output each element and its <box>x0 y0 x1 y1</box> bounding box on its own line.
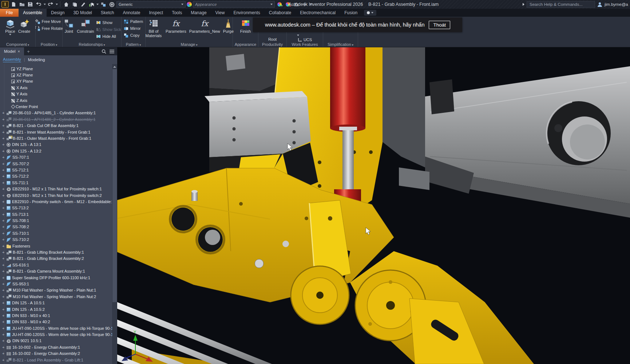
tree-item[interactable]: 20-86-011 - APH1486_2 - Cylinder Assembl… <box>0 116 112 122</box>
tree-item[interactable]: SS-711:1 <box>0 179 112 186</box>
expand-icon[interactable] <box>2 111 6 115</box>
expand-icon[interactable] <box>2 301 6 305</box>
tree-item[interactable]: DIN 125 - A 13:2 <box>0 148 112 154</box>
tree-item[interactable]: B-821 - Grab Lifting Bracket Assembly:1 <box>0 249 112 255</box>
group-label-relationships[interactable]: Relationships <box>63 42 121 47</box>
expand-icon[interactable] <box>2 168 6 172</box>
tree-item[interactable]: B-821 - Grab Camera Mount Assembly:1 <box>0 268 112 274</box>
ribbon-tab[interactable]: Electromechanical <box>296 9 340 17</box>
tree-item[interactable]: SS-708:1 <box>0 217 112 223</box>
scroll-up-icon[interactable] <box>112 64 117 69</box>
expand-icon[interactable] <box>2 149 6 153</box>
ribbon-tab[interactable]: Tools <box>167 9 186 17</box>
user-account[interactable]: jim.byrne@a <box>605 2 630 7</box>
expand-icon[interactable] <box>2 136 6 140</box>
undo-icon[interactable] <box>35 1 42 8</box>
paste-icon[interactable] <box>71 1 78 8</box>
tree-item[interactable]: Z Axis <box>0 97 112 103</box>
expand-icon[interactable] <box>2 263 6 267</box>
tab-modeling[interactable]: Modeling <box>28 58 45 62</box>
tree-item[interactable]: B-821 - Outer Mast Assembly - Front Grab… <box>0 135 112 141</box>
tree-item[interactable]: XZ Plane <box>0 72 112 78</box>
undo-chevron[interactable] <box>44 4 46 5</box>
place-button[interactable]: Place <box>4 18 16 36</box>
expand-icon[interactable] <box>2 238 6 241</box>
screen-record-button[interactable] <box>364 10 376 16</box>
component-blocks-icon[interactable] <box>100 1 107 8</box>
tree-item[interactable]: B-821 - Inner Mast Assembly - Front Grab… <box>0 129 112 135</box>
new-file-icon[interactable] <box>10 1 17 8</box>
mirror-button[interactable]: Mirror <box>124 25 143 31</box>
browser-search-icon[interactable] <box>100 47 108 55</box>
expand-icon[interactable] <box>2 352 6 355</box>
expand-icon[interactable] <box>2 232 6 235</box>
expand-icon[interactable] <box>2 124 6 127</box>
tree-item[interactable]: EB22910 - M12 x 1 Thin Nut for Proximity… <box>0 186 112 192</box>
parameters-button[interactable]: fx Parameters <box>165 18 187 34</box>
tree-item[interactable]: M10 Flat Washer - Spring Washer - Plain … <box>0 293 112 300</box>
tree-item[interactable]: DIN 125 - A 13:1 <box>0 142 112 148</box>
tree-scrollbar[interactable] <box>112 64 117 364</box>
constrain-button[interactable]: Constrain <box>76 18 95 34</box>
tree-item[interactable]: Y Axis <box>0 91 112 97</box>
select-chevron[interactable] <box>96 4 99 5</box>
tree-item[interactable]: SS-953:1 <box>0 281 112 287</box>
exit-fullscreen-button[interactable]: Thoát <box>429 21 450 29</box>
tree-item[interactable]: 20-86-010 - APH1485_1 - Cylinder Assembl… <box>0 110 112 116</box>
expand-icon[interactable] <box>2 244 6 248</box>
copy-button[interactable]: Copy <box>124 32 143 38</box>
expand-icon[interactable] <box>2 250 6 254</box>
group-label-simplification[interactable]: Simplification <box>323 42 358 47</box>
ribbon-tab[interactable]: Collaborate <box>265 9 296 17</box>
group-label-appearance[interactable]: Appearance <box>233 42 258 47</box>
expand-icon[interactable] <box>2 219 6 222</box>
select-icon[interactable] <box>88 1 95 8</box>
root-button[interactable]: Root <box>258 37 286 41</box>
tree-item[interactable]: EB22910 - M12 x 1 Thin Nut for Proximity… <box>0 192 112 198</box>
expand-icon[interactable] <box>2 288 6 292</box>
expand-icon[interactable] <box>2 269 6 273</box>
ribbon-tab[interactable]: Annotate <box>118 9 144 17</box>
expand-icon[interactable] <box>2 155 6 159</box>
redo-chevron[interactable] <box>56 4 58 5</box>
home-icon[interactable] <box>63 1 70 8</box>
expand-icon[interactable] <box>2 206 6 210</box>
inventor-logo[interactable]: I <box>1 1 9 8</box>
expand-icon[interactable] <box>2 200 6 203</box>
parameters-new-button[interactable]: fx Parameters_New <box>188 18 221 34</box>
tree-item[interactable]: DIN 125 - A 10.5:2 <box>0 306 112 312</box>
open-folder-icon[interactable] <box>18 1 25 8</box>
expand-icon[interactable] <box>2 339 6 343</box>
scrollbar-thumb[interactable] <box>112 69 117 302</box>
tree-item[interactable]: B-821 - Grab Cut Off Bar Assembly:1 <box>0 123 112 129</box>
group-label-productivity[interactable]: Productivity <box>258 42 286 47</box>
expand-icon[interactable] <box>2 194 6 197</box>
tree-item[interactable]: DIN 9021 10.5:1 <box>0 338 112 344</box>
group-label-work-features[interactable]: Work Features <box>287 42 323 47</box>
ribbon-tab[interactable]: Inspect <box>144 9 167 17</box>
group-label-position[interactable]: Position <box>36 42 62 47</box>
expand-icon[interactable] <box>2 276 6 280</box>
ribbon-tab[interactable]: File <box>0 9 19 17</box>
tree-item[interactable]: 16-10-002 - Energy Chain Assembly:1 <box>0 344 112 350</box>
tree-item[interactable]: SS-712:2 <box>0 173 112 179</box>
render-wheel-icon[interactable] <box>108 1 115 8</box>
free-move-button[interactable]: Free Move <box>35 19 63 24</box>
expand-icon[interactable] <box>2 282 6 286</box>
expand-icon[interactable] <box>2 213 6 216</box>
create-button[interactable]: Create <box>17 18 31 34</box>
tree-item[interactable]: DIN 933 - M10 x 40:2 <box>0 319 112 325</box>
tree-item[interactable]: SS-713:1 <box>0 211 112 217</box>
show-sick-button[interactable]: Show Sick <box>96 27 121 32</box>
browser-menu-icon[interactable] <box>108 47 116 55</box>
tree-item[interactable]: B-821 - Grab Lifting Bracket Assembly:2 <box>0 256 112 262</box>
tree-item[interactable]: M10 Flat Washer - Spring Washer - Plain … <box>0 287 112 293</box>
tree-item[interactable]: SS-707:2 <box>0 161 112 167</box>
tree-item[interactable]: JU-HT-090-120SS - Worm drive hose clip H… <box>0 331 112 337</box>
expand-icon[interactable] <box>2 143 6 146</box>
ucs-button[interactable]: UCS <box>287 37 323 42</box>
ribbon-tab[interactable]: Design <box>47 9 69 17</box>
tree-item[interactable]: SS-710:2 <box>0 237 112 243</box>
finish-button[interactable]: Finish <box>239 18 252 34</box>
expand-icon[interactable] <box>2 333 6 336</box>
